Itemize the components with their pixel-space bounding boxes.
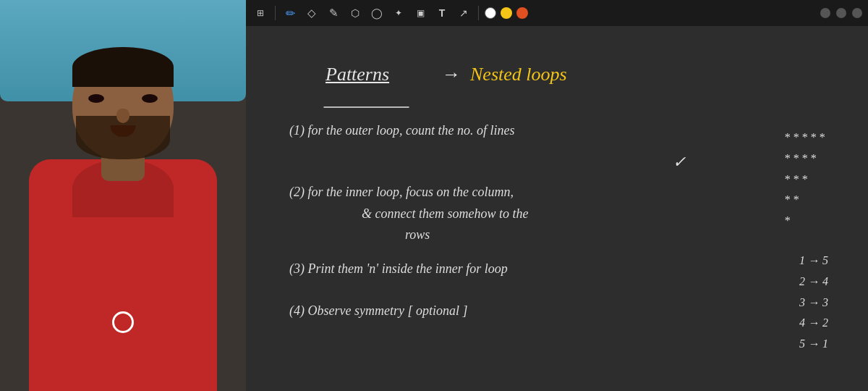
- head: [72, 47, 174, 159]
- red-color-btn[interactable]: [516, 7, 528, 19]
- point1-text: (1) for the outer loop, count the no. of…: [289, 120, 514, 141]
- toolbar-separator-2: [478, 6, 479, 20]
- point3-text: (3) Print them 'n' inside the inner for …: [289, 261, 508, 277]
- pattern-display: * * * * * * * * * * * * * * *: [784, 127, 825, 232]
- whiteboard-content: Patterns → Nested loops (1) for the oute…: [246, 26, 868, 391]
- close-btn[interactable]: [852, 8, 862, 18]
- title-arrow: →: [441, 64, 460, 85]
- number-map-row-5: 5 → 1: [799, 334, 828, 355]
- point2-text: (2) for the inner loop, focus on the col…: [289, 182, 528, 246]
- eraser-icon[interactable]: ◇: [303, 4, 320, 22]
- toolbar: ⊞ ✏ ◇ ✎ ⬡ ◯ ✦ ▣ T ↗: [246, 0, 868, 26]
- pattern-row-1: * * * * *: [784, 127, 825, 148]
- pen-icon[interactable]: ✏: [281, 4, 299, 22]
- pencil-icon[interactable]: ✎: [325, 4, 342, 22]
- body: [29, 159, 217, 391]
- right-eye: [142, 94, 158, 103]
- number-map-row-4: 4 → 2: [799, 313, 828, 334]
- hair: [72, 47, 174, 87]
- shapes-icon[interactable]: ⬡: [346, 4, 364, 22]
- title-patterns: Patterns: [326, 64, 389, 85]
- number-map-row-2: 2 → 4: [799, 272, 828, 293]
- star-icon[interactable]: ✦: [390, 4, 407, 22]
- text-icon[interactable]: T: [433, 4, 451, 22]
- lasso-icon[interactable]: ◯: [368, 4, 386, 22]
- logo: [112, 311, 134, 333]
- minimize-btn[interactable]: [820, 8, 830, 18]
- maximize-btn[interactable]: [836, 8, 846, 18]
- number-map: 1 → 5 2 → 4 3 → 3 4 → 2 5 → 1: [799, 251, 828, 355]
- grid-icon[interactable]: ⊞: [252, 4, 269, 22]
- yellow-color-btn[interactable]: [501, 7, 512, 19]
- white-color-btn[interactable]: [485, 7, 496, 19]
- toolbar-separator-1: [275, 6, 276, 20]
- title-nested-loops: Nested loops: [470, 64, 567, 85]
- nose: [116, 109, 129, 123]
- number-map-row-1: 1 → 5: [799, 251, 828, 272]
- point4-text: (4) Observe symmetry [ optional ]: [289, 303, 467, 319]
- point2-line1: (2) for the inner loop, focus on the col…: [289, 185, 514, 199]
- pattern-row-2: * * * *: [784, 148, 825, 169]
- video-panel: [0, 0, 246, 391]
- pattern-row-4: * *: [784, 190, 825, 211]
- point1-checkmark: ✓: [673, 153, 686, 172]
- pattern-row-3: * * *: [784, 169, 825, 190]
- point2-line3: rows: [289, 227, 430, 242]
- pointer-icon[interactable]: ↗: [455, 4, 472, 22]
- number-map-row-3: 3 → 3: [799, 293, 828, 314]
- point2-line2: & connect them somehow to the: [289, 206, 528, 221]
- image-icon[interactable]: ▣: [412, 4, 429, 22]
- whiteboard-panel: ⊞ ✏ ◇ ✎ ⬡ ◯ ✦ ▣ T ↗ Patterns → Nested lo…: [246, 0, 868, 391]
- left-eye: [88, 94, 104, 103]
- pattern-row-5: *: [784, 211, 825, 232]
